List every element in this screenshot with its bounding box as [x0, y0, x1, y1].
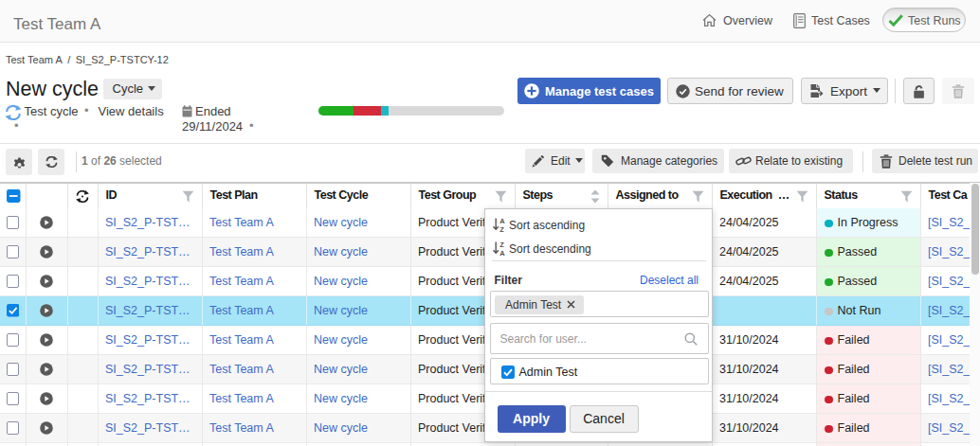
svg-text:Z: Z [499, 225, 504, 233]
svg-text:A: A [499, 248, 505, 256]
